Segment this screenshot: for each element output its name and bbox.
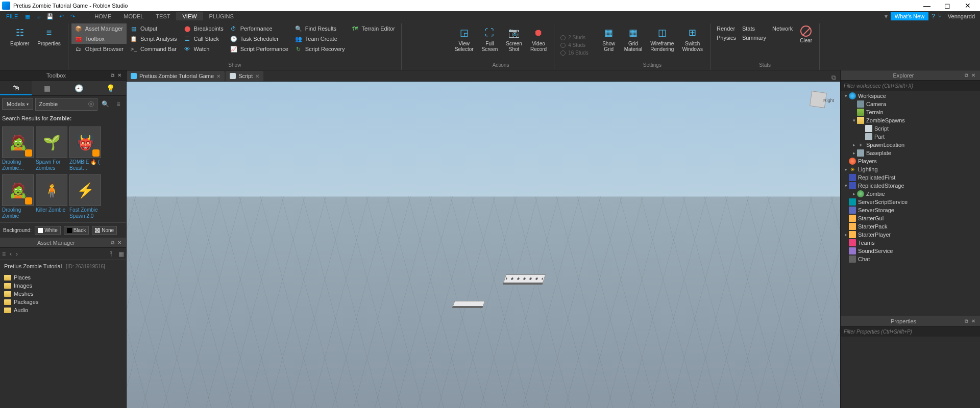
view-gizmo[interactable]: Right: [805, 88, 831, 113]
tree-node-chat[interactable]: Chat: [841, 255, 980, 263]
tab-model[interactable]: MODEL: [117, 12, 150, 20]
ribbon-task-scheduler[interactable]: 🕑Task Scheduler: [227, 34, 291, 44]
toolbox-category-dropdown[interactable]: Models▾: [2, 98, 33, 110]
am-upload-icon[interactable]: ⭱: [108, 250, 114, 258]
toolbox-item[interactable]: 👹ZOMBIE 🔥 ( Beast…: [69, 126, 101, 172]
am-back-icon[interactable]: ‹: [10, 250, 12, 258]
tree-node-baseplate[interactable]: ▸Baseplate: [841, 149, 980, 157]
asset-manager-header[interactable]: Asset Manager ⧉ ✕: [0, 238, 126, 248]
properties-button[interactable]: ≡ Properties: [33, 23, 65, 67]
am-menu-icon[interactable]: ≡: [2, 250, 6, 258]
stats-physics[interactable]: Physics: [717, 35, 736, 41]
viewport-part[interactable]: [452, 301, 485, 308]
ribbon-terrain-editor[interactable]: 🗺Terrain Editor: [348, 23, 398, 34]
ribbon-team-create[interactable]: 👥Team Create: [291, 34, 348, 44]
setting-grid-material[interactable]: ▦Grid Material: [620, 23, 647, 61]
action-video-record[interactable]: ⏺Video Record: [526, 23, 551, 61]
ribbon-command-bar[interactable]: >_Command Bar: [127, 44, 180, 54]
tree-node-serverscriptservice[interactable]: ServerScriptService: [841, 198, 980, 206]
stud-4[interactable]: 4 Studs: [557, 41, 591, 49]
tree-node-teams[interactable]: Teams: [841, 239, 980, 247]
ribbon-find-results[interactable]: 🔍Find Results: [291, 23, 348, 34]
ribbon-object-browser[interactable]: 🗂Object Browser: [71, 44, 127, 54]
ribbon-script-recovery[interactable]: ↻Script Recovery: [291, 44, 348, 54]
search-icon[interactable]: 🔍: [100, 98, 111, 110]
tree-node-startergui[interactable]: StarterGui: [841, 214, 980, 222]
tree-node-script[interactable]: Script: [841, 124, 980, 133]
stats-network[interactable]: Network: [772, 26, 793, 32]
setting-switch-windows[interactable]: ⊞Switch Windows: [678, 23, 707, 61]
maximize-button[interactable]: ◻: [937, 2, 958, 10]
whats-new-button[interactable]: What's New: [891, 12, 928, 20]
open-icon[interactable]: ⌕: [34, 12, 43, 20]
setting-wireframe-rendering[interactable]: ◫Wireframe Rendering: [646, 23, 678, 61]
setting-show-grid[interactable]: ▦Show Grid: [598, 23, 620, 61]
close-panel-icon[interactable]: ✕: [116, 240, 123, 245]
username-label[interactable]: Venngardd: [945, 12, 978, 20]
toolbox-tab-recent[interactable]: 🕘: [63, 81, 95, 95]
redo-icon[interactable]: ↷: [68, 12, 77, 20]
toolbox-item[interactable]: 🧟Drooling Zombie…: [2, 126, 34, 172]
expand-arrow-icon[interactable]: ▸: [851, 191, 857, 196]
close-button[interactable]: ✕: [958, 2, 978, 10]
am-folder-packages[interactable]: Packages: [3, 298, 123, 306]
tree-node-camera[interactable]: Camera: [841, 100, 980, 108]
ribbon-asset-manager[interactable]: 📦Asset Manager: [71, 23, 127, 34]
close-tab-icon[interactable]: ✕: [255, 73, 259, 79]
toolbox-tab-marketplace[interactable]: 🛍: [0, 81, 32, 95]
am-fwd-icon[interactable]: ›: [16, 250, 18, 258]
save-icon[interactable]: 💾: [45, 12, 55, 20]
undock-icon[interactable]: ⧉: [963, 318, 970, 324]
filter-icon[interactable]: ≡: [113, 98, 124, 110]
stud-2[interactable]: 2 Studs: [557, 34, 591, 41]
collab-icon[interactable]: ▾: [885, 13, 888, 20]
doctab-overflow-icon[interactable]: ⧉: [827, 74, 840, 81]
toolbox-item[interactable]: 🧍Killer Zombie: [36, 174, 67, 220]
minimize-button[interactable]: —: [917, 2, 937, 10]
viewport-3d[interactable]: Right: [127, 82, 840, 408]
explorer-button[interactable]: ☷ Explorer: [6, 23, 33, 67]
expand-arrow-icon[interactable]: ▾: [843, 183, 849, 188]
new-icon[interactable]: ▦: [23, 12, 32, 20]
tree-node-zombiespawns[interactable]: ▾ZombieSpawns: [841, 116, 980, 124]
tree-node-players[interactable]: Players: [841, 157, 980, 165]
toolbox-tab-creations[interactable]: 💡: [94, 81, 126, 95]
ribbon-script-analysis[interactable]: 📋Script Analysis: [127, 34, 180, 44]
tree-node-zombie[interactable]: ▸Zombie: [841, 190, 980, 198]
stud-16[interactable]: 16 Studs: [557, 49, 591, 57]
tree-node-spawnlocation[interactable]: ▸✦SpawnLocation: [841, 141, 980, 149]
toolbox-item[interactable]: ⚡Fast Zombie Spawn 2.0: [69, 174, 101, 220]
viewport-spawn[interactable]: [503, 274, 546, 285]
tree-node-starterpack[interactable]: StarterPack: [841, 222, 980, 231]
toolbox-tab-inventory[interactable]: ▦: [32, 81, 63, 95]
tree-node-serverstorage[interactable]: ServerStorage: [841, 206, 980, 214]
ribbon-watch[interactable]: 👁Watch: [180, 44, 227, 54]
close-panel-icon[interactable]: ✕: [970, 318, 977, 324]
close-panel-icon[interactable]: ✕: [970, 72, 977, 78]
tree-node-replicatedstorage[interactable]: ▾ReplicatedStorage: [841, 182, 980, 190]
toolbox-item[interactable]: 🌱Spawn For Zombies: [36, 126, 67, 172]
undock-icon[interactable]: ⧉: [109, 240, 116, 246]
explorer-header[interactable]: Explorer ⧉ ✕: [841, 70, 980, 81]
expand-arrow-icon[interactable]: ▸: [843, 167, 849, 172]
tab-test[interactable]: TEST: [150, 12, 176, 20]
ribbon-call-stack[interactable]: ☰Call Stack: [180, 34, 227, 44]
ribbon-output[interactable]: ▤Output: [127, 23, 180, 34]
stats-summary[interactable]: Summary: [742, 35, 766, 41]
undock-icon[interactable]: ⧉: [963, 72, 970, 79]
clear-button[interactable]: Clear: [796, 23, 816, 61]
ribbon-toolbox[interactable]: 🧰Toolbox: [71, 34, 127, 44]
clear-search-icon[interactable]: ⓧ: [88, 100, 94, 108]
expand-arrow-icon[interactable]: ▾: [851, 118, 857, 123]
expand-arrow-icon[interactable]: ▸: [851, 150, 857, 156]
ribbon-script-performance[interactable]: 📈Script Performance: [227, 44, 291, 54]
stats-stats[interactable]: Stats: [742, 26, 766, 32]
expand-arrow-icon[interactable]: ▾: [843, 93, 849, 98]
bg-black[interactable]: Black: [64, 226, 89, 235]
close-tab-icon[interactable]: ✕: [216, 73, 220, 79]
file-menu[interactable]: FILE: [2, 12, 22, 20]
share-icon[interactable]: ⑂: [938, 13, 942, 20]
ribbon-breakpoints[interactable]: ⬤Breakpoints: [180, 23, 227, 34]
expand-arrow-icon[interactable]: ▸: [851, 142, 857, 147]
stats-render[interactable]: Render: [717, 26, 736, 32]
